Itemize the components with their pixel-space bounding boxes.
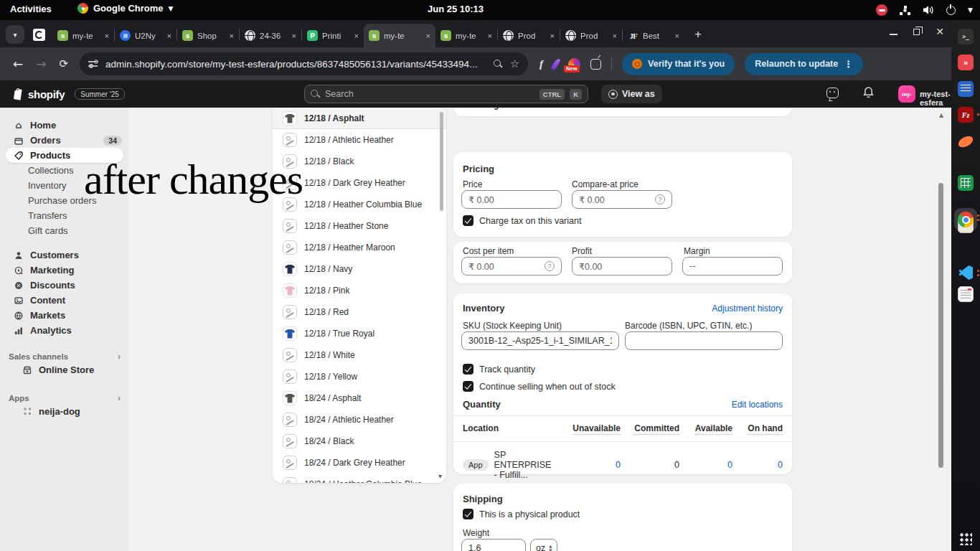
tab-10[interactable]: JFBest×: [623, 24, 684, 47]
edit-locations-link[interactable]: Edit locations: [732, 400, 783, 410]
feather-extension-icon[interactable]: [551, 57, 560, 70]
unavailable-value[interactable]: 0: [555, 460, 621, 470]
tab-1[interactable]: smy-te×: [52, 24, 114, 47]
available-value[interactable]: 0: [679, 460, 732, 470]
variant-row[interactable]: 12/18 / Pink: [273, 280, 446, 301]
variant-row[interactable]: 18/24 / Dark Grey Heather: [273, 452, 446, 474]
close-window-button[interactable]: ✕: [936, 27, 944, 37]
admin-search-input[interactable]: Search CTRL K: [304, 85, 588, 103]
spinner-arrows-icon[interactable]: ▲▼: [549, 544, 552, 551]
tab-close-icon[interactable]: ×: [488, 32, 492, 40]
sidebar-item-home[interactable]: ⌂Home: [0, 118, 129, 133]
app-menu[interactable]: Google Chrome ▼: [77, 3, 173, 14]
scrollbar-up-arrow[interactable]: ▲: [939, 112, 943, 118]
page-scrollbar-thumb[interactable]: [938, 183, 943, 468]
variant-row[interactable]: 18/24 / Heather Columbia Blue: [273, 474, 446, 483]
adjustment-history-link[interactable]: Adjustment history: [712, 303, 783, 314]
cost-per-item-input[interactable]: ₹ 0.00?: [461, 257, 562, 276]
support-chat-icon[interactable]: [826, 88, 839, 98]
sidebar-item-orders[interactable]: Orders 34: [0, 133, 129, 148]
tab-8[interactable]: Prod×: [498, 24, 560, 47]
chrome-dock-button[interactable]: [954, 208, 977, 231]
network-icon[interactable]: [900, 6, 910, 15]
variant-row[interactable]: 12/18 / True Royal: [273, 323, 446, 344]
sidebar-item-customers[interactable]: Customers: [0, 248, 129, 263]
variant-row[interactable]: 12/18 / Heather Maroon: [273, 237, 446, 258]
variant-row[interactable]: 12/18 / Heather Stone: [273, 215, 446, 237]
red-app-icon[interactable]: »: [958, 55, 974, 70]
relaunch-button[interactable]: Relaunch to update ⋮: [745, 53, 863, 75]
minimize-button[interactable]: [890, 34, 897, 35]
sidebar-item-marketing[interactable]: Marketing: [0, 263, 129, 278]
store-name[interactable]: my-test-esfera: [920, 90, 951, 107]
tab-7[interactable]: smy-te×: [435, 24, 497, 47]
sidebar-item-gift-cards[interactable]: Gift cards: [0, 223, 129, 238]
checkbox-checked-icon[interactable]: [463, 509, 473, 519]
variant-row[interactable]: 18/24 / Black: [273, 430, 446, 452]
sidebar-item-content[interactable]: Content: [0, 293, 129, 308]
site-info-icon[interactable]: [88, 60, 98, 68]
tab-close-icon[interactable]: ×: [292, 32, 296, 40]
weight-input[interactable]: 1.6: [461, 539, 526, 551]
compare-at-price-input[interactable]: ₹ 0.00?: [572, 190, 672, 209]
track-quantity-checkbox[interactable]: Track quantity: [463, 364, 535, 375]
sidebar-item-analytics[interactable]: Analytics: [0, 323, 129, 338]
sidebar-item-discounts[interactable]: Discounts: [0, 278, 129, 293]
shopify-logo[interactable]: shopify Summer '25: [11, 88, 125, 100]
font-extension-icon[interactable]: f: [540, 58, 543, 70]
variant-row[interactable]: 12/18 / Yellow: [273, 366, 446, 387]
zoom-icon[interactable]: [494, 60, 503, 69]
on-hand-value[interactable]: 0: [732, 460, 783, 470]
variant-row[interactable]: 12/18 / Athletic Heather: [273, 129, 446, 151]
variant-row-selected[interactable]: 12/18 / Asphalt: [273, 108, 446, 129]
tab-close-icon[interactable]: ×: [613, 32, 617, 40]
spreadsheet-icon[interactable]: [958, 175, 974, 191]
power-icon[interactable]: [946, 6, 956, 15]
charge-tax-checkbox[interactable]: Charge tax on this variant: [463, 215, 581, 226]
sidebar-item-online-store[interactable]: Online Store: [0, 362, 129, 377]
reload-button[interactable]: ⟳: [60, 57, 69, 70]
tab-9[interactable]: Prod×: [560, 24, 622, 47]
scroll-more-chevron-icon[interactable]: ▾: [438, 472, 442, 480]
do-not-disturb-icon[interactable]: [876, 4, 887, 16]
help-icon[interactable]: ?: [655, 194, 665, 204]
variant-row[interactable]: 18/24 / Athletic Heather: [273, 409, 446, 430]
gradient-extension-icon[interactable]: New: [568, 58, 580, 70]
variant-row[interactable]: 18/24 / Asphalt: [273, 387, 446, 409]
kebab-menu-icon[interactable]: ⋮: [844, 59, 853, 70]
section-sales-channels[interactable]: Sales channels ›: [0, 350, 129, 362]
terminal-icon[interactable]: >_: [958, 29, 974, 44]
section-apps[interactable]: Apps ›: [0, 392, 129, 404]
verify-button[interactable]: Verify that it's you: [622, 53, 735, 75]
extensions-menu-icon[interactable]: [590, 59, 601, 70]
notification-bell-icon[interactable]: [863, 86, 874, 98]
tab-close-icon[interactable]: ×: [167, 32, 171, 40]
checkbox-checked-icon[interactable]: [463, 364, 473, 375]
variant-row[interactable]: 12/18 / White: [273, 344, 446, 366]
address-bar[interactable]: admin.shopify.com/store/my-test-esfera/p…: [80, 52, 528, 75]
clock[interactable]: Jun 25 10:13: [428, 4, 484, 14]
tab-close-icon[interactable]: ×: [230, 32, 234, 40]
margin-input[interactable]: --: [682, 257, 783, 276]
tab-close-icon[interactable]: ×: [550, 32, 555, 40]
bookmark-star-icon[interactable]: ☆: [510, 57, 519, 70]
pinned-tab-favicon[interactable]: [33, 29, 45, 41]
new-tab-button[interactable]: +: [689, 25, 707, 44]
back-button[interactable]: ←: [13, 57, 23, 71]
show-apps-icon[interactable]: [959, 532, 972, 545]
tab-close-icon[interactable]: ×: [105, 32, 109, 40]
tab-5[interactable]: PPrinti×: [302, 24, 364, 47]
vscode-icon[interactable]: [958, 265, 974, 281]
physical-product-checkbox[interactable]: This is a physical product: [463, 509, 580, 519]
sidebar-item-markets[interactable]: Markets: [0, 308, 129, 323]
volume-icon[interactable]: [923, 5, 934, 15]
variant-list-scrollbar[interactable]: [440, 112, 443, 211]
price-input[interactable]: ₹ 0.00: [461, 190, 562, 209]
tab-close-icon[interactable]: ×: [426, 32, 430, 40]
store-avatar[interactable]: my-: [898, 85, 915, 103]
barcode-input[interactable]: [625, 331, 783, 350]
text-editor-icon[interactable]: [958, 286, 974, 302]
writer-doc-icon[interactable]: [958, 81, 974, 97]
sku-input[interactable]: 3001B-12_-Asp25-1_i-1_SIMILAR_1_7: [461, 331, 619, 350]
help-icon[interactable]: ?: [545, 261, 555, 271]
